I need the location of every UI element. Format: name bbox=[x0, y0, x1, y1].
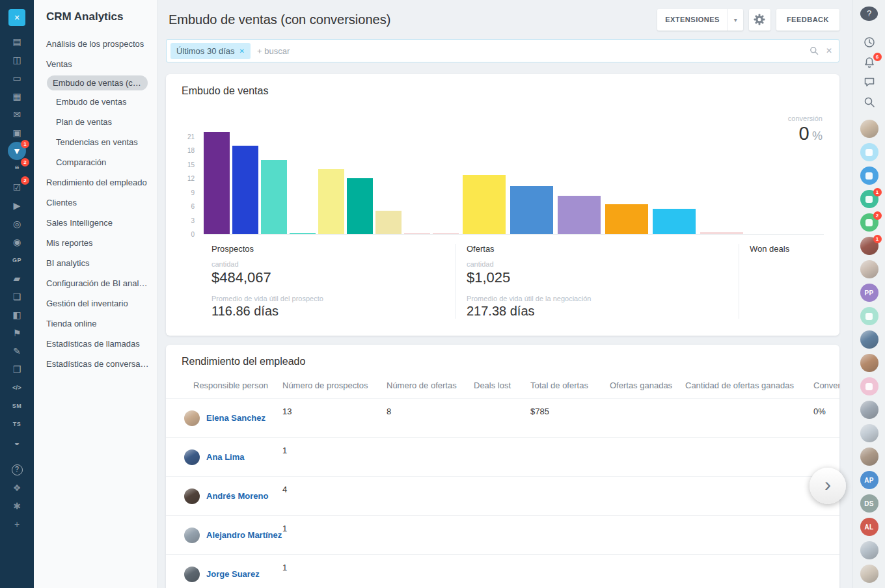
funnel-bar[interactable] bbox=[347, 178, 373, 234]
avatar[interactable] bbox=[860, 401, 878, 419]
rail-item-video-calls[interactable]: ▶ bbox=[8, 196, 26, 215]
avatar-ds[interactable]: DS bbox=[860, 494, 878, 513]
menu-item[interactable]: Comparación bbox=[34, 152, 157, 172]
chevron-down-icon[interactable]: ▾ bbox=[728, 9, 743, 31]
avatar[interactable] bbox=[860, 541, 878, 559]
menu-item[interactable]: Clientes bbox=[34, 193, 157, 213]
rail-item-employees[interactable]: ◫ bbox=[8, 51, 26, 69]
menu-item[interactable]: Estadísticas de conversac... bbox=[34, 354, 157, 374]
rail-item-analytics[interactable]: ◧ bbox=[8, 306, 26, 324]
avatar[interactable] bbox=[860, 354, 878, 372]
history-button[interactable] bbox=[860, 35, 878, 50]
menu-item[interactable]: Mis reportes bbox=[34, 233, 157, 253]
avatar[interactable] bbox=[860, 167, 878, 185]
messenger-button[interactable] bbox=[860, 75, 878, 90]
rail-item-settings[interactable]: ✱ bbox=[8, 497, 26, 515]
search-input[interactable] bbox=[251, 46, 809, 56]
rail-item-inventory[interactable]: ❒ bbox=[8, 360, 26, 379]
collapse-menu-button[interactable]: ✕ bbox=[8, 9, 25, 26]
rail-item-sign[interactable]: ⚑ bbox=[8, 324, 26, 342]
rail-item-marketing[interactable]: ◎ bbox=[8, 215, 26, 233]
avatar[interactable] bbox=[860, 565, 878, 583]
menu-item[interactable]: Sales Intelligence bbox=[34, 213, 157, 233]
rail-item-developer[interactable]: </> bbox=[8, 379, 26, 397]
funnel-bar[interactable] bbox=[510, 186, 553, 234]
funnel-bar[interactable] bbox=[375, 211, 402, 234]
avatar[interactable] bbox=[860, 120, 878, 138]
rail-item-integrations[interactable]: ❖ bbox=[8, 479, 26, 497]
menu-item[interactable]: Estadísticas de llamadas bbox=[34, 334, 157, 354]
rail-item-crm[interactable]: ▼1 bbox=[8, 142, 26, 160]
rail-item-help[interactable]: ? bbox=[8, 461, 26, 479]
employee-name-link[interactable]: Elena Sanchez bbox=[206, 413, 266, 423]
employee-name-link[interactable]: Andrés Moreno bbox=[206, 491, 268, 501]
feedback-button[interactable]: FEEDBACK bbox=[776, 9, 839, 31]
table-row[interactable]: Ana Lima1 bbox=[166, 438, 839, 477]
funnel-bar[interactable] bbox=[700, 232, 743, 234]
avatar-pp[interactable]: PP bbox=[860, 284, 878, 302]
menu-item[interactable]: Gestión del inventario bbox=[34, 293, 157, 314]
avatar[interactable]: 2 bbox=[860, 213, 878, 232]
rail-item-store[interactable]: ▰ bbox=[8, 269, 26, 287]
funnel-bar[interactable] bbox=[204, 132, 230, 234]
rail-item-tasks[interactable]: ☑2 bbox=[8, 178, 26, 196]
table-row[interactable]: Jorge Suarez1 bbox=[166, 555, 839, 588]
employee-name-link[interactable]: Ana Lima bbox=[206, 452, 245, 462]
menu-item[interactable]: Tendencias en ventas bbox=[34, 132, 157, 152]
menu-item[interactable]: Análisis de los prospectos bbox=[34, 34, 157, 54]
avatar[interactable] bbox=[860, 143, 878, 161]
menu-item[interactable]: BI analytics bbox=[34, 253, 157, 273]
avatar[interactable] bbox=[860, 377, 878, 395]
search-people-button[interactable] bbox=[860, 94, 878, 109]
rail-item-workgroups[interactable]: ▭ bbox=[8, 69, 26, 87]
menu-item[interactable]: Tienda online bbox=[34, 314, 157, 334]
clear-search-icon[interactable]: ✕ bbox=[826, 46, 832, 55]
funnel-bar[interactable] bbox=[232, 146, 258, 234]
avatar[interactable] bbox=[860, 424, 878, 442]
help-button[interactable]: ? bbox=[860, 7, 878, 21]
rail-item-messenger[interactable]: ❝2 bbox=[8, 160, 26, 178]
avatar[interactable] bbox=[860, 448, 878, 466]
rail-item-workspace-ts[interactable]: TS bbox=[8, 415, 26, 433]
avatar-al[interactable]: AL bbox=[860, 518, 878, 536]
remove-filter-icon[interactable]: ✕ bbox=[239, 47, 245, 55]
funnel-bar[interactable] bbox=[605, 204, 648, 234]
avatar[interactable] bbox=[860, 330, 878, 349]
rail-item-edit[interactable]: ✎ bbox=[8, 342, 26, 360]
menu-item[interactable]: Ventas bbox=[34, 54, 157, 74]
rail-item-documents[interactable]: ❏ bbox=[8, 287, 26, 306]
employee-name-link[interactable]: Jorge Suarez bbox=[206, 569, 260, 579]
table-scroll-right-button[interactable]: › bbox=[810, 468, 846, 504]
rail-item-live-feed[interactable]: ▤ bbox=[8, 33, 26, 51]
funnel-bar[interactable] bbox=[433, 233, 459, 234]
funnel-bar[interactable] bbox=[463, 175, 506, 234]
rail-item-workspace-gp[interactable]: GP bbox=[8, 251, 26, 269]
avatar[interactable]: 1 bbox=[860, 190, 878, 208]
avatar-ap[interactable]: AP bbox=[860, 471, 878, 489]
funnel-bar[interactable] bbox=[404, 233, 430, 234]
notifications-button[interactable]: 6 bbox=[860, 55, 878, 70]
funnel-bar[interactable] bbox=[558, 196, 601, 234]
rail-item-contact-center[interactable]: ▣ bbox=[8, 124, 26, 142]
search-icon[interactable] bbox=[809, 46, 819, 56]
menu-item[interactable]: Embudo de ventas (co... bbox=[47, 75, 148, 90]
table-row[interactable]: Elena Sanchez138$7850% bbox=[166, 399, 839, 438]
menu-item[interactable]: Rendimiento del empleado bbox=[34, 172, 157, 193]
report-settings-button[interactable] bbox=[749, 9, 770, 31]
avatar[interactable] bbox=[860, 260, 878, 278]
funnel-bar[interactable] bbox=[653, 209, 696, 234]
rail-item-automation[interactable]: ◉ bbox=[8, 233, 26, 251]
table-row[interactable]: Alejandro Martínez1 bbox=[166, 516, 839, 555]
funnel-bar[interactable] bbox=[290, 233, 316, 234]
funnel-bar[interactable] bbox=[261, 160, 287, 234]
menu-item[interactable]: Embudo de ventas bbox=[34, 92, 157, 112]
menu-item[interactable]: Plan de ventas bbox=[34, 112, 157, 132]
search-filter-bar[interactable]: Últimos 30 días ✕ ✕ bbox=[166, 39, 839, 62]
rail-item-mail[interactable]: ✉ bbox=[8, 105, 26, 124]
extensions-button[interactable]: EXTENSIONES ▾ bbox=[657, 9, 743, 31]
rail-item-workspace-sm[interactable]: SM bbox=[8, 397, 26, 415]
rail-item-calendar[interactable]: ▦ bbox=[8, 87, 26, 105]
employee-name-link[interactable]: Alejandro Martínez bbox=[206, 530, 282, 540]
menu-item[interactable]: Configuración de BI analy... bbox=[34, 273, 157, 293]
filter-chip[interactable]: Últimos 30 días ✕ bbox=[170, 43, 251, 59]
